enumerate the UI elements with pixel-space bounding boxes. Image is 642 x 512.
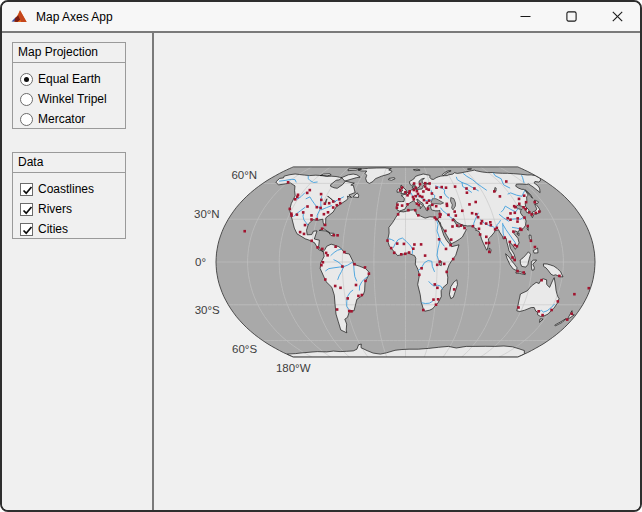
tick-label-lat: 60°S bbox=[232, 343, 257, 355]
window-title: Map Axes App bbox=[36, 10, 113, 24]
window-controls bbox=[502, 2, 640, 31]
maximize-icon bbox=[566, 11, 577, 22]
close-button[interactable] bbox=[594, 2, 640, 31]
close-icon bbox=[612, 11, 623, 22]
tick-label-lat: 30°N bbox=[194, 208, 220, 220]
map-canvas[interactable]: 60°N30°N0°30°S60°S180°W bbox=[2, 33, 642, 512]
app-window: Map Axes App Map Projection Equal Earth bbox=[0, 0, 642, 512]
tick-label-lat: 60°N bbox=[231, 169, 257, 181]
minimize-button[interactable] bbox=[502, 2, 548, 31]
matlab-logo-icon bbox=[11, 9, 28, 25]
map-axes[interactable]: 60°N30°N0°30°S60°S180°W bbox=[2, 33, 640, 510]
titlebar[interactable]: Map Axes App bbox=[2, 2, 640, 31]
app-canvas: Map Projection Equal Earth Winkel Tripel… bbox=[2, 33, 640, 510]
tick-label-lat: 30°S bbox=[195, 304, 220, 316]
maximize-button[interactable] bbox=[548, 2, 594, 31]
tick-label-lon: 180°W bbox=[276, 362, 311, 374]
minimize-icon bbox=[520, 11, 531, 22]
tick-label-lat: 0° bbox=[195, 256, 206, 268]
